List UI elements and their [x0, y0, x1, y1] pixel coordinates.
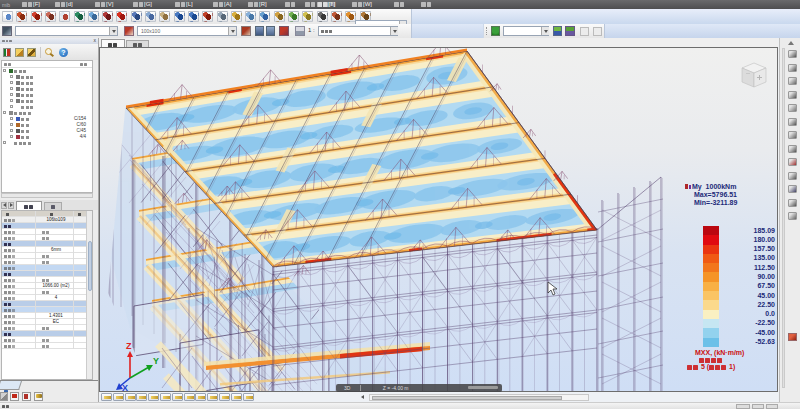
svg-text:X: X: [122, 383, 128, 392]
svg-text:Z: Z: [126, 341, 132, 351]
svg-text:Y: Y: [153, 356, 159, 366]
